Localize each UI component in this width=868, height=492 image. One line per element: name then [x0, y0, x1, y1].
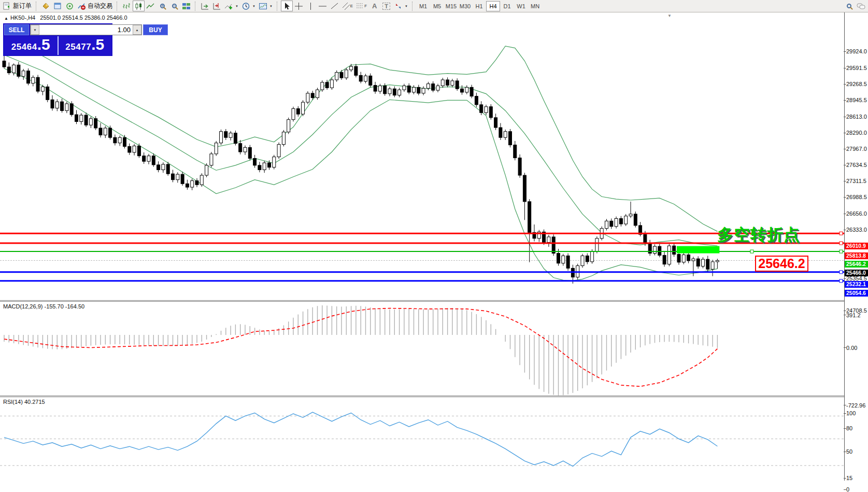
vertical-line-tool-button[interactable] — [305, 1, 317, 11]
sell-price[interactable]: 25464.5 — [4, 36, 58, 55]
line-anchor[interactable] — [839, 232, 843, 235]
candle-body — [253, 158, 257, 165]
new-order-icon — [3, 2, 11, 10]
line-chart-button[interactable] — [145, 1, 156, 11]
market-watch-icon — [41, 2, 50, 10]
candle-body — [451, 81, 454, 86]
candle-body — [143, 156, 146, 162]
turning-point-annotation[interactable]: 多空转折点 — [717, 224, 800, 246]
line-anchor[interactable] — [839, 250, 843, 253]
buy-button[interactable]: BUY — [143, 24, 168, 35]
trendline-tool-button[interactable] — [329, 1, 340, 11]
zoom-in-icon: + — [160, 4, 165, 8]
bar-chart-button[interactable] — [121, 1, 133, 11]
axis-tick-mark — [844, 413, 846, 414]
signals-button[interactable] — [64, 1, 76, 11]
timeframe-button-M1[interactable]: M1 — [416, 1, 430, 11]
axis-tick-mark — [844, 68, 846, 68]
axis-tick-mark — [844, 181, 846, 181]
crosshair-tool-button[interactable] — [293, 1, 305, 11]
terminal-icon — [53, 2, 62, 10]
candle-body — [277, 145, 280, 157]
axis-tick-mark — [844, 428, 846, 429]
candle-body — [46, 87, 49, 100]
chart-window[interactable]: ▲HK50-,H4 25501.0 25514.5 25386.0 25466.… — [0, 12, 868, 492]
label-anchor[interactable] — [750, 250, 753, 253]
price-tick-label: 28613.0 — [846, 114, 867, 120]
candle-body — [619, 218, 622, 224]
channel-tool-button[interactable]: E — [340, 1, 354, 11]
cursor-tool-button[interactable] — [281, 1, 293, 11]
macd-axis-label: 391.2 — [846, 312, 861, 318]
search-button[interactable] — [843, 1, 855, 11]
volume-increase-button[interactable]: ▲ — [133, 25, 141, 35]
chart-shift-marker-icon[interactable]: ▼ — [667, 13, 672, 18]
candle-body — [123, 137, 126, 146]
templates-button[interactable]: ▼ — [257, 1, 274, 11]
candle-body — [364, 76, 367, 81]
candle-body — [268, 163, 271, 167]
timeframe-button-D1[interactable]: D1 — [500, 1, 514, 11]
line-anchor[interactable] — [839, 279, 843, 283]
buy-price[interactable]: 25477.5 — [59, 36, 112, 55]
line-anchor[interactable] — [839, 271, 843, 274]
collapse-triangle-icon[interactable]: ▲ — [4, 16, 8, 21]
horizontal-line-tool-button[interactable] — [317, 1, 329, 11]
candle-body — [181, 174, 184, 184]
auto-scroll-button[interactable] — [199, 1, 211, 11]
tile-windows-button[interactable] — [180, 1, 192, 11]
rsi-axis-label: 50 — [846, 448, 852, 455]
candle-body — [412, 87, 416, 92]
price-tick-label: 28290.0 — [846, 130, 867, 136]
volume-input[interactable] — [39, 25, 133, 35]
candle-body — [321, 82, 324, 90]
price-badge-25232.1: 25232.1 — [845, 281, 868, 288]
terminal-button[interactable] — [52, 1, 64, 11]
chart-shift-button[interactable] — [211, 1, 223, 11]
axis-tick-mark — [844, 347, 846, 348]
timeframe-button-M5[interactable]: M5 — [430, 1, 444, 11]
fibonacci-tool-button[interactable]: F — [354, 1, 368, 11]
timeframe-button-H4[interactable]: H4 — [486, 1, 500, 11]
timeframe-button-W1[interactable]: W1 — [514, 1, 528, 11]
periods-button[interactable]: ▼ — [240, 1, 257, 11]
candle-body — [128, 146, 131, 152]
new-order-button[interactable]: 新订单 — [1, 1, 33, 11]
timeframe-button-MN[interactable]: MN — [528, 1, 542, 11]
timeframe-button-M15[interactable]: M15 — [444, 1, 458, 11]
candle-body — [629, 214, 632, 216]
volume-decrease-button[interactable]: ▼ — [31, 25, 39, 35]
candle-body — [17, 65, 20, 76]
line-anchor[interactable] — [839, 242, 843, 245]
candle-body — [378, 86, 381, 92]
sell-button[interactable]: SELL — [4, 24, 29, 35]
chat-button[interactable] — [855, 1, 867, 11]
price-tick-label: 27967.0 — [846, 146, 867, 152]
market-watch-button[interactable] — [40, 1, 52, 11]
candle-body — [383, 86, 387, 94]
candle-body — [166, 164, 169, 174]
price-axis[interactable]: 29924.029591.529268.528945.528613.028290… — [845, 25, 868, 492]
autotrading-button[interactable]: 自动交易 — [76, 1, 114, 11]
chart-plot-area[interactable] — [0, 12, 868, 492]
highlight-box[interactable] — [677, 246, 719, 254]
candle-body — [566, 256, 570, 268]
zoom-in-button[interactable]: + — [156, 1, 168, 11]
rsi-axis-label: 15 — [846, 475, 852, 481]
candle-body — [273, 157, 276, 167]
price-badge-25646.2: 25646.2 — [845, 261, 868, 268]
text-label-tool-button[interactable]: T — [380, 1, 392, 11]
candle-body — [696, 259, 700, 266]
arrows-tool-button[interactable]: ▼ — [392, 1, 409, 11]
candle-body — [369, 76, 372, 85]
indicators-button[interactable]: ▼ — [223, 1, 240, 11]
candlestick-chart-button[interactable] — [133, 1, 145, 11]
text-tool-button[interactable]: A — [368, 1, 380, 11]
buy-price-dec: .5 — [91, 38, 104, 51]
timeframe-button-M30[interactable]: M30 — [458, 1, 472, 11]
timeframe-button-H1[interactable]: H1 — [472, 1, 486, 11]
axis-tick-mark — [844, 489, 846, 490]
candle-body — [94, 119, 97, 128]
zoom-out-button[interactable]: − — [168, 1, 180, 11]
price-level-label[interactable]: 25646.2 — [755, 256, 808, 272]
